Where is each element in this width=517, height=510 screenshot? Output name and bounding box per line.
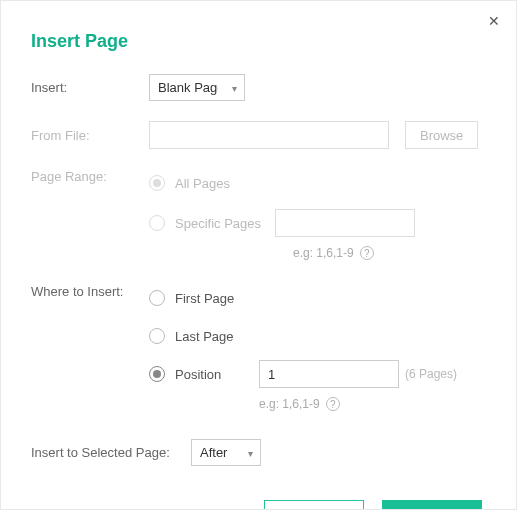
row-where-to-insert: Where to Insert: First Page Last Page Po… xyxy=(31,284,486,411)
cancel-button[interactable]: Cancel xyxy=(264,500,364,510)
position-hint: e.g: 1,6,1-9 ? xyxy=(259,397,340,411)
page-count-text: (6 Pages) xyxy=(405,367,457,381)
radio-first-page[interactable]: First Page xyxy=(149,290,234,306)
label-insert-to-selected: Insert to Selected Page: xyxy=(31,445,191,460)
radio-all-pages-label: All Pages xyxy=(175,176,230,191)
label-where-to-insert: Where to Insert: xyxy=(31,284,149,299)
position-input[interactable] xyxy=(259,360,399,388)
radio-dot-icon xyxy=(149,328,165,344)
label-from-file: From File: xyxy=(31,128,149,143)
dialog-title: Insert Page xyxy=(31,31,486,52)
radio-all-pages: All Pages xyxy=(149,175,230,191)
radio-specific-pages: Specific Pages xyxy=(149,215,261,231)
radio-position[interactable]: Position xyxy=(149,366,259,382)
help-icon[interactable]: ? xyxy=(360,246,374,260)
help-icon[interactable]: ? xyxy=(326,397,340,411)
label-insert: Insert: xyxy=(31,80,149,95)
specific-pages-input xyxy=(275,209,415,237)
ok-button[interactable]: OK xyxy=(382,500,482,510)
dialog-body: Insert Page Insert: Blank Page From File… xyxy=(1,1,516,510)
radio-specific-pages-label: Specific Pages xyxy=(175,216,261,231)
insert-select-wrap: Blank Page xyxy=(149,74,245,101)
radio-dot-icon xyxy=(149,215,165,231)
radio-dot-icon xyxy=(149,366,165,382)
radio-dot-icon xyxy=(149,290,165,306)
row-page-range: Page Range: All Pages Specific Pages e.g… xyxy=(31,169,486,260)
radio-last-page[interactable]: Last Page xyxy=(149,328,234,344)
close-icon[interactable]: ✕ xyxy=(488,13,500,29)
from-file-input xyxy=(149,121,389,149)
radio-dot-icon xyxy=(149,175,165,191)
row-insert-to-selected: Insert to Selected Page: After xyxy=(31,439,486,466)
row-from-file: From File: Browse xyxy=(31,121,486,149)
after-select-wrap: After xyxy=(191,439,261,466)
page-range-hint: e.g: 1,6,1-9 ? xyxy=(293,246,374,260)
browse-button: Browse xyxy=(405,121,478,149)
radio-last-page-label: Last Page xyxy=(175,329,234,344)
insert-to-selected-select[interactable]: After xyxy=(191,439,261,466)
radio-first-page-label: First Page xyxy=(175,291,234,306)
radio-position-label: Position xyxy=(175,367,221,382)
dialog-footer: Cancel OK xyxy=(31,500,486,510)
row-insert: Insert: Blank Page xyxy=(31,74,486,101)
insert-select[interactable]: Blank Page xyxy=(149,74,245,101)
label-page-range: Page Range: xyxy=(31,169,149,184)
